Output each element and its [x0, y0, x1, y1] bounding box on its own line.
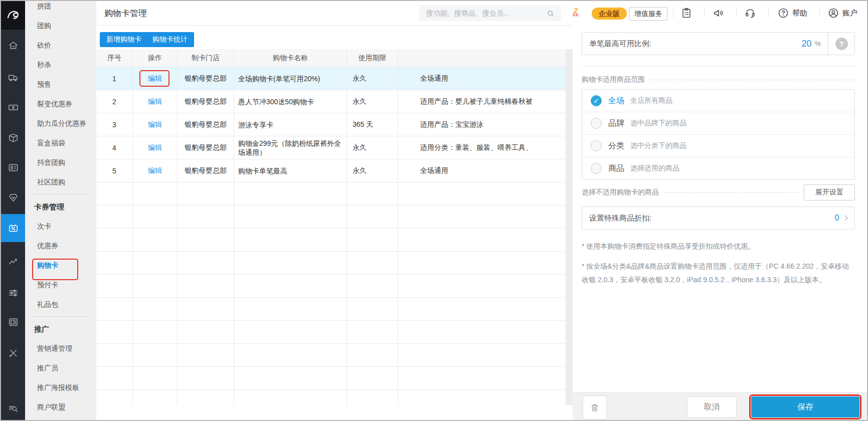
member-card-icon[interactable]: [1, 157, 25, 177]
table-scrollbar[interactable]: [566, 49, 573, 405]
scope-option-category[interactable]: 分类 选中分类下的商品: [582, 135, 854, 157]
sidebar-item-promoter[interactable]: 推广员: [25, 358, 96, 378]
analytics-icon[interactable]: [1, 251, 25, 271]
cell-index: 5: [96, 159, 133, 182]
scope-option-all[interactable]: ✓ 全场 全店所有商品: [582, 90, 854, 112]
global-search-input[interactable]: 搜功能、搜商品、搜会员...: [419, 6, 561, 21]
save-button[interactable]: 保存: [751, 396, 859, 417]
cell-scope: 全场通用: [398, 159, 566, 182]
sidebar-item-cika[interactable]: 次卡: [25, 217, 96, 236]
app-logo[interactable]: [1, 1, 25, 30]
col-header-index: 序号: [96, 49, 133, 67]
search-placeholder: 搜功能、搜商品、搜会员...: [419, 9, 546, 18]
sidebar-header-promotion: 推广: [25, 318, 96, 339]
cell-name: 游泳专享卡: [234, 113, 347, 136]
cell-name: 购物金299元（除奶粉纸尿裤外全场通用）: [234, 136, 347, 159]
special-discount-row[interactable]: 设置特殊商品折扣: 0 ›: [582, 206, 855, 230]
help-button[interactable]: 帮助: [777, 7, 807, 19]
sidebar-item-shopping-card[interactable]: 购物卡: [25, 256, 96, 275]
edit-link[interactable]: 编辑: [148, 143, 162, 152]
topbar-separator: [736, 9, 737, 18]
radio-checked-icon: ✓: [591, 95, 602, 106]
sidebar-item-liebian-coupon[interactable]: 裂变优惠券: [25, 94, 96, 114]
cell-name: 全场购物卡(单笔可用20%): [234, 67, 347, 90]
shopping-card-stats-button[interactable]: 购物卡统计: [146, 32, 194, 47]
scope-section-header: 购物卡适用商品范围: [582, 75, 855, 84]
tasks-clipboard-icon[interactable]: [680, 7, 692, 19]
panel-footer: 取消 保存: [573, 392, 867, 421]
package-icon[interactable]: [1, 127, 25, 147]
special-discount-label: 设置特殊商品折扣:: [582, 214, 834, 223]
sidebar-item-manghe[interactable]: 盲盒福袋: [25, 133, 96, 153]
search-list-icon[interactable]: [1, 398, 25, 418]
option-desc: 全店所有商品: [630, 96, 672, 105]
sidebar-item-merchant-alliance[interactable]: 商户联盟: [25, 397, 96, 417]
chevron-right-icon: ›: [844, 212, 848, 222]
edit-link[interactable]: 编辑: [148, 120, 162, 129]
sidebar-item-prepaid-card[interactable]: 预付卡: [25, 275, 96, 295]
cell-validity: 永久: [347, 67, 398, 90]
sidebar-item-miaosha[interactable]: 秒杀: [25, 55, 96, 75]
max-ratio-value[interactable]: 20: [802, 39, 812, 49]
shopping-card-table: 序号 操作 制卡门店 购物卡名称 使用期限 1 编辑 银豹母婴总部 全场购物卡(…: [96, 49, 566, 405]
edit-link[interactable]: 编辑: [148, 166, 162, 175]
help-label: 帮助: [792, 9, 807, 18]
sidebar-divider: [32, 194, 89, 194]
scope-option-brand[interactable]: 品牌 选中品牌下的商品: [582, 112, 854, 135]
sidebar-item-yushou[interactable]: 预售: [25, 75, 96, 94]
delete-button[interactable]: [583, 395, 607, 419]
guide-icon[interactable]: 2银豹: [570, 7, 581, 17]
cell-validity: 永久: [347, 90, 398, 113]
exclude-label: 选择不适用购物卡的商品: [582, 188, 659, 197]
account-person-icon: [827, 7, 839, 19]
sidebar-item-gift-pack[interactable]: 礼品包: [25, 295, 96, 314]
cell-scope: 适用分类：童装、服装、喂养工具、: [398, 136, 566, 159]
empty-table-row: [96, 252, 566, 275]
scope-option-product[interactable]: 商品 选择适用的商品: [582, 157, 854, 179]
empty-table-row: [96, 205, 566, 229]
sidebar-item-pintuan[interactable]: 拼团: [25, 1, 96, 16]
left-rail: [1, 1, 25, 420]
sidebar-divider: [32, 316, 89, 317]
edition-badge[interactable]: 企业版: [592, 8, 627, 20]
cell-store: 银豹母婴总部: [178, 90, 234, 113]
home-icon[interactable]: [1, 35, 25, 55]
special-discount-value: 0: [834, 214, 839, 223]
sidebar-item-douyin[interactable]: 抖音团购: [25, 153, 96, 172]
sidebar-item-yingxiaotong[interactable]: 营销通管理: [25, 339, 96, 358]
topbar-separator: [673, 9, 673, 18]
empty-table-row: [96, 182, 566, 205]
radio-unchecked-icon: [591, 140, 602, 151]
expand-settings-button[interactable]: 展开设置: [804, 184, 855, 200]
topbar-separator: [704, 9, 705, 18]
help-question-icon: [777, 7, 789, 19]
sidebar-item-kanjia[interactable]: 砍价: [25, 36, 96, 55]
cell-scope: 适用产品：婴儿被子儿童纯棉春秋被: [398, 90, 566, 113]
max-ratio-help[interactable]: ?: [828, 33, 854, 55]
account-button[interactable]: 账户: [827, 7, 857, 19]
edit-link[interactable]: 编辑: [148, 97, 162, 106]
edit-link[interactable]: 编辑: [148, 74, 162, 83]
design-tools-icon[interactable]: [1, 343, 25, 363]
marketing-icon-active[interactable]: [1, 214, 25, 242]
empty-table-row: [96, 298, 566, 321]
value-added-service-button[interactable]: 增值服务: [629, 7, 667, 21]
settings-sliders-icon[interactable]: [1, 283, 25, 303]
customer-service-icon[interactable]: [744, 7, 756, 19]
money-icon[interactable]: [1, 97, 25, 117]
sidebar-item-shequ[interactable]: 社区团购: [25, 172, 96, 192]
diamond-icon[interactable]: [1, 187, 25, 207]
safe-box-icon[interactable]: [1, 312, 25, 332]
account-label: 账户: [842, 9, 857, 18]
sidebar-item-tuangou[interactable]: 团购: [25, 16, 96, 36]
sidebar-item-coupon[interactable]: 优惠券: [25, 236, 96, 256]
add-shopping-card-button[interactable]: 新增购物卡: [100, 32, 148, 47]
delivery-icon[interactable]: [1, 67, 25, 87]
cancel-button[interactable]: 取消: [687, 396, 737, 417]
max-ratio-label: 单笔最高可用比例:: [582, 39, 802, 49]
announcement-icon[interactable]: 1336: [712, 7, 724, 19]
empty-table-row: [96, 344, 566, 367]
col-header-scope: [398, 49, 566, 67]
sidebar-item-poster-template[interactable]: 推广海报模板: [25, 378, 96, 397]
sidebar-item-zhuli-coupon[interactable]: 助力瓜分优惠券: [25, 114, 96, 133]
